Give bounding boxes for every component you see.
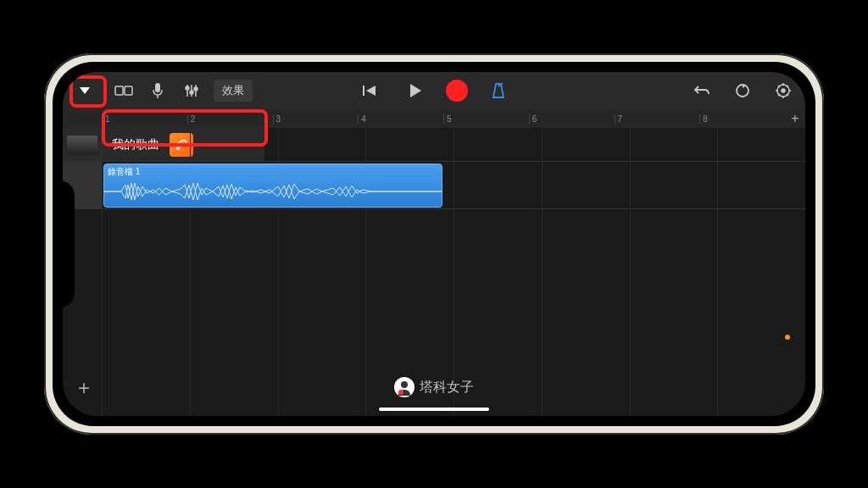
undo-button[interactable]: [687, 75, 717, 106]
watermark-avatar-icon: [394, 377, 415, 397]
svg-point-23: [401, 381, 408, 388]
song-title-text: 我的歌曲: [112, 137, 159, 152]
ruler-mark: 6: [529, 114, 615, 124]
add-track-button[interactable]: +: [71, 375, 97, 401]
track-area: 我的歌曲 錄音檔 1: [63, 128, 805, 416]
garageband-icon: [170, 133, 193, 157]
ruler-mark: 5: [443, 114, 529, 124]
ruler-mark: 3: [273, 114, 359, 124]
svg-point-14: [782, 89, 785, 92]
ruler-mark: 8: [699, 114, 785, 124]
rewind-button[interactable]: [354, 75, 385, 106]
svg-rect-2: [155, 83, 160, 92]
main-toolbar: 效果: [63, 72, 805, 109]
metronome-button[interactable]: [483, 75, 514, 106]
transport-controls: [354, 75, 514, 106]
ruler-mark: 7: [615, 114, 700, 124]
piano-icon: [67, 136, 97, 154]
svg-rect-0: [115, 86, 123, 95]
song-header-row: 我的歌曲: [63, 128, 805, 162]
tracks-view-button[interactable]: [108, 75, 139, 106]
mixer-icon[interactable]: [176, 75, 207, 106]
home-indicator[interactable]: [379, 408, 489, 411]
svg-rect-10: [363, 86, 364, 96]
play-button[interactable]: [400, 75, 431, 106]
add-section-button[interactable]: +: [785, 111, 805, 126]
record-button[interactable]: [446, 80, 468, 102]
microphone-icon[interactable]: [142, 75, 173, 106]
songs-dropdown-button[interactable]: [70, 75, 100, 106]
svg-rect-1: [125, 86, 132, 95]
ruler-mark: 1: [102, 114, 187, 124]
phone-notch: [53, 180, 75, 308]
phone-frame: 效果: [44, 53, 824, 435]
svg-point-24: [398, 390, 403, 395]
waveform-icon: [104, 176, 442, 207]
phone-bezel: 效果: [53, 62, 815, 426]
instrument-header[interactable]: [63, 128, 102, 161]
ruler-marks: 1 2 3 4 5 6 7 8: [102, 114, 785, 124]
svg-point-7: [186, 86, 189, 90]
effects-button[interactable]: 效果: [214, 80, 253, 102]
svg-point-9: [194, 87, 198, 91]
ruler-mark: 2: [187, 114, 273, 124]
timeline-ruler[interactable]: 1 2 3 4 5 6 7 8 +: [63, 109, 805, 128]
svg-point-8: [190, 91, 193, 94]
watermark: 塔科女子: [394, 377, 474, 397]
audio-region[interactable]: 錄音檔 1: [103, 164, 442, 208]
song-title-button[interactable]: 我的歌曲: [102, 128, 264, 161]
watermark-text: 塔科女子: [420, 379, 474, 396]
settings-gear-icon[interactable]: [768, 75, 798, 106]
ruler-mark: 4: [358, 114, 443, 124]
toolbar-right-group: [687, 75, 798, 106]
audio-track-row: 錄音檔 1: [63, 162, 805, 209]
app-screen: 效果: [63, 72, 805, 416]
loop-button[interactable]: [727, 75, 758, 106]
notification-dot-icon: [785, 335, 790, 340]
